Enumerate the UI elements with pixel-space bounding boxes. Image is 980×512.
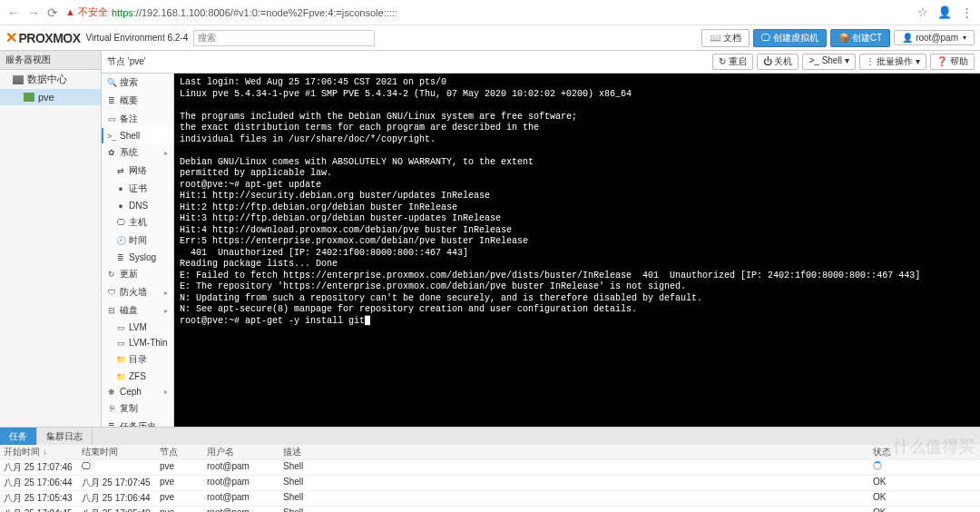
submenu-Shell[interactable]: >_Shell xyxy=(102,128,173,143)
menu-icon: 🕘 xyxy=(116,236,125,245)
submenu-任务历史[interactable]: ≣任务历史 xyxy=(102,418,173,427)
menu-icon: ≣ xyxy=(116,253,125,262)
submenu-概要[interactable]: ≣概要 xyxy=(102,92,173,110)
table-row[interactable]: 八月 25 17:07:46🖵pveroot@pamShell xyxy=(0,460,980,476)
shell-terminal[interactable]: Last login: Wed Aug 25 17:06:45 CST 2021… xyxy=(174,74,980,427)
submenu-网络[interactable]: ⇄网络 xyxy=(102,162,173,180)
submenu-证书[interactable]: ●证书 xyxy=(102,180,173,198)
menu-icon: ❋ xyxy=(107,388,116,397)
menu-icon: 📁 xyxy=(116,355,125,364)
submenu-ZFS[interactable]: 📁ZFS xyxy=(102,369,173,384)
breadcrumb-bar: 节点 'pve' ↻ 重启 ⏻ 关机 >_ Shell ▾ ⋮ 批量操作 ▾ ❓… xyxy=(102,51,980,74)
menu-icon: ✿ xyxy=(107,148,116,157)
menu-icon: ▭ xyxy=(116,339,125,348)
submenu-搜索[interactable]: 🔍搜索 xyxy=(102,74,173,92)
submenu-系统[interactable]: ✿系统▸ xyxy=(102,143,173,162)
tree-item-pve[interactable]: pve xyxy=(0,89,101,105)
submenu-时间[interactable]: 🕘时间 xyxy=(102,231,173,250)
bulk-button[interactable]: ⋮ 批量操作 ▾ xyxy=(859,54,927,70)
bottom-tabs: 任务 集群日志 xyxy=(0,427,980,445)
submenu-LVM-Thin[interactable]: ▭LVM-Thin xyxy=(102,335,173,350)
help-button[interactable]: ❓ 帮助 xyxy=(930,54,975,70)
profile-icon[interactable]: 👤 xyxy=(937,5,952,19)
version-label: Virtual Environment 6.2-4 xyxy=(86,33,189,43)
submenu-防火墙[interactable]: 🛡防火墙▸ xyxy=(102,283,173,301)
submenu-复制[interactable]: ⎘复制 xyxy=(102,399,173,418)
col-start[interactable]: 开始时间 ↓ xyxy=(0,445,78,459)
back-icon[interactable]: ← xyxy=(7,5,20,20)
create-ct-button[interactable]: 📦 创建CT xyxy=(830,29,890,47)
menu-icon: ≣ xyxy=(107,96,116,105)
submenu-主机[interactable]: 🖵主机 xyxy=(102,213,173,231)
resource-tree: 服务器视图 数据中心pve xyxy=(0,51,102,427)
browser-bar: ← → ⟳ ▲ 不安全 https://192.168.1.100:8006/#… xyxy=(0,0,980,25)
col-desc[interactable]: 描述 xyxy=(279,445,869,459)
task-log-table: 开始时间 ↓ 结束时间 节点 用户名 描述 状态 八月 25 17:07:46🖵… xyxy=(0,445,980,512)
submenu-更新[interactable]: ↻更新 xyxy=(102,265,173,283)
menu-icon: 🛡 xyxy=(107,288,116,297)
menu-icon: ● xyxy=(116,184,125,193)
reload-icon[interactable]: ⟳ xyxy=(47,5,58,20)
monitor-icon: 🖵 xyxy=(82,461,91,471)
breadcrumb-label: 节点 'pve' xyxy=(107,55,146,68)
submenu-磁盘[interactable]: ⊟磁盘▸ xyxy=(102,301,173,320)
table-row[interactable]: 八月 25 17:05:43八月 25 17:06:44pveroot@pamS… xyxy=(0,491,980,507)
col-node[interactable]: 节点 xyxy=(156,445,203,459)
col-status[interactable]: 状态 xyxy=(869,445,980,459)
insecure-badge: ▲ 不安全 xyxy=(65,5,108,19)
col-user[interactable]: 用户名 xyxy=(203,445,279,459)
menu-icon: ● xyxy=(116,202,125,211)
spinner-icon xyxy=(873,461,882,470)
create-vm-button[interactable]: 🖵 创建虚拟机 xyxy=(753,29,827,47)
reboot-button[interactable]: ↻ 重启 xyxy=(712,54,753,70)
app-header: ✕PROXMOX Virtual Environment 6.2-4 📖 文档 … xyxy=(0,25,980,51)
menu-icon: 🖵 xyxy=(116,218,125,227)
docs-button[interactable]: 📖 文档 xyxy=(701,29,750,47)
address-bar[interactable]: ▲ 不安全 https://192.168.1.100:8006/#v1:0:=… xyxy=(65,5,397,19)
node-icon xyxy=(24,93,34,102)
col-end[interactable]: 结束时间 xyxy=(78,445,156,459)
submenu-备注[interactable]: ▭备注 xyxy=(102,110,173,128)
menu-icon[interactable]: ⋮ xyxy=(961,5,973,19)
star-icon[interactable]: ☆ xyxy=(917,5,928,19)
menu-icon: ≣ xyxy=(107,422,116,427)
tree-item-数据中心[interactable]: 数据中心 xyxy=(0,70,101,89)
forward-icon[interactable]: → xyxy=(27,5,40,20)
menu-icon: ⇄ xyxy=(116,166,125,175)
dc-icon xyxy=(13,75,24,84)
url: https://192.168.1.100:8006/#v1:0:=node%2… xyxy=(112,7,397,18)
tab-cluster-log[interactable]: 集群日志 xyxy=(37,428,93,445)
shell-button[interactable]: >_ Shell ▾ xyxy=(802,54,855,70)
tab-tasks[interactable]: 任务 xyxy=(0,428,37,445)
node-submenu: 🔍搜索≣概要▭备注>_Shell✿系统▸⇄网络●证书●DNS🖵主机🕘时间≣Sys… xyxy=(102,74,174,427)
menu-icon: 🔍 xyxy=(107,78,116,87)
tree-header[interactable]: 服务器视图 xyxy=(0,51,101,70)
menu-icon: ▭ xyxy=(107,114,116,123)
logo: ✕PROXMOX xyxy=(5,29,81,46)
menu-icon: ⎘ xyxy=(107,404,116,413)
shutdown-button[interactable]: ⏻ 关机 xyxy=(757,54,799,70)
table-row[interactable]: 八月 25 17:06:44八月 25 17:07:45pveroot@pamS… xyxy=(0,476,980,491)
user-menu-button[interactable]: 👤 root@pam▾ xyxy=(894,30,975,45)
submenu-Syslog[interactable]: ≣Syslog xyxy=(102,250,173,265)
menu-icon: ↻ xyxy=(107,270,116,279)
submenu-LVM[interactable]: ▭LVM xyxy=(102,320,173,335)
submenu-DNS[interactable]: ●DNS xyxy=(102,198,173,213)
menu-icon: 📁 xyxy=(116,372,125,381)
submenu-Ceph[interactable]: ❋Ceph▸ xyxy=(102,384,173,399)
menu-icon: >_ xyxy=(107,132,116,141)
submenu-目录[interactable]: 📁目录 xyxy=(102,350,173,369)
menu-icon: ▭ xyxy=(116,323,125,332)
menu-icon: ⊟ xyxy=(107,306,116,315)
global-search-input[interactable] xyxy=(193,30,375,46)
table-row[interactable]: 八月 25 17:04:45八月 25 17:05:40pveroot@pamS… xyxy=(0,507,980,512)
